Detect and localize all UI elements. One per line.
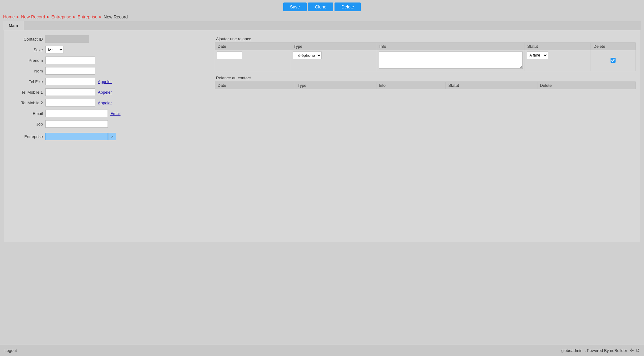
relance-contact-empty-row — [215, 89, 636, 183]
ajouter-type-select[interactable]: Téléphone Email Visite — [293, 52, 322, 59]
relance-contact-title: Relance au contact — [215, 74, 636, 82]
clone-button[interactable]: Clone — [308, 2, 333, 11]
relance-contact-section: Relance au contact Date Type Info Statut… — [215, 74, 636, 183]
tab-bar: Main — [3, 21, 641, 30]
relance-contact-table: Date Type Info Statut Delete — [215, 82, 636, 183]
job-row: Job — [8, 120, 209, 128]
contact-id-input[interactable] — [45, 35, 89, 43]
logout-link[interactable]: Logout — [4, 348, 17, 353]
prenom-input[interactable] — [45, 57, 95, 64]
ajouter-type-cell: Téléphone Email Visite — [291, 50, 377, 71]
nom-input[interactable] — [45, 67, 95, 75]
ajouter-delete-cell — [591, 50, 636, 71]
ajouter-relance-title: Ajouter une relance — [215, 35, 636, 42]
relance-col-info: Info — [376, 82, 445, 89]
relance-col-type: Type — [295, 82, 376, 89]
job-input[interactable] — [45, 120, 108, 128]
footer-info-text: globeadmin :: Powered By nuBuilder — [561, 348, 627, 353]
ajouter-date-input[interactable] — [217, 52, 242, 59]
breadcrumb-entreprise-2[interactable]: Entreprise — [78, 14, 98, 19]
breadcrumb-sep-2: ► — [46, 15, 50, 19]
save-button[interactable]: Save — [283, 2, 307, 11]
entreprise-label: Entreprise — [8, 134, 43, 139]
email-row: Email Email — [8, 110, 209, 117]
tel-mobile1-label: Tel Mobile 1 — [8, 90, 43, 95]
breadcrumb-entreprise-1[interactable]: Entreprise — [51, 14, 71, 19]
ajouter-col-delete: Delete — [591, 43, 636, 50]
tel-mobile2-row: Tel Mobile 2 Appeler — [8, 99, 209, 106]
tel-mobile1-input[interactable] — [45, 88, 95, 96]
entreprise-input[interactable] — [45, 133, 108, 140]
ajouter-col-info: Info — [377, 43, 525, 50]
left-column: Contact ID Sexe Mr Mme Mlle Prenom Nom — [8, 35, 209, 237]
breadcrumb-new-record-2: New Record — [104, 14, 128, 19]
tel-mobile2-input[interactable] — [45, 99, 95, 106]
breadcrumb-sep-4: ► — [99, 15, 103, 19]
email-label: Email — [8, 111, 43, 116]
tel-fixe-row: Tel Fixe Appeler — [8, 78, 209, 85]
contact-id-row: Contact ID — [8, 35, 209, 43]
breadcrumb-new-record-1[interactable]: New Record — [21, 14, 45, 19]
tel-mobile1-row: Tel Mobile 1 Appeler — [8, 88, 209, 96]
tel-fixe-label: Tel Fixe — [8, 79, 43, 84]
ajouter-col-date: Date — [215, 43, 291, 50]
ajouter-statut-cell: A faire Fait Annulé — [525, 50, 591, 71]
footer-info: globeadmin :: Powered By nuBuilder ✛ ↺ — [561, 348, 640, 354]
content-panel: Contact ID Sexe Mr Mme Mlle Prenom Nom — [3, 30, 641, 242]
email-link[interactable]: Email — [110, 111, 121, 116]
sexe-label: Sexe — [8, 47, 43, 52]
ajouter-relance-section: Ajouter une relance Date Type Info Statu… — [215, 35, 636, 71]
appeler-fixe-link[interactable]: Appeler — [98, 79, 112, 84]
relance-contact-empty-cell — [215, 89, 636, 183]
breadcrumb: Home ► New Record ► Entreprise ► Entrepr… — [0, 13, 644, 21]
relance-col-statut: Statut — [446, 82, 537, 89]
ajouter-date-cell — [215, 50, 291, 71]
nom-label: Nom — [8, 69, 43, 73]
contact-id-label: Contact ID — [8, 37, 43, 42]
ajouter-col-type: Type — [291, 43, 377, 50]
nom-row: Nom — [8, 67, 209, 75]
footer-icons: ✛ ↺ — [630, 348, 640, 354]
appeler-mobile2-link[interactable]: Appeler — [98, 101, 112, 105]
relance-col-date: Date — [215, 82, 295, 89]
breadcrumb-sep-3: ► — [73, 15, 76, 19]
breadcrumb-sep-1: ► — [16, 15, 20, 19]
appeler-mobile1-link[interactable]: Appeler — [98, 90, 112, 95]
tel-fixe-input[interactable] — [45, 78, 95, 85]
ajouter-info-textarea[interactable] — [379, 52, 523, 69]
relance-col-delete: Delete — [537, 82, 636, 89]
breadcrumb-home[interactable]: Home — [3, 14, 15, 19]
email-input[interactable] — [45, 110, 108, 117]
ajouter-relance-row: Téléphone Email Visite A faire — [215, 50, 636, 71]
expand-arrow-icon: ↗ — [111, 135, 113, 138]
prenom-label: Prenom — [8, 58, 43, 63]
prenom-row: Prenom — [8, 57, 209, 64]
ajouter-col-statut: Statut — [525, 43, 591, 50]
entreprise-expand-button[interactable]: ↗ — [108, 133, 116, 140]
ajouter-delete-checkbox[interactable] — [611, 58, 616, 63]
sexe-select[interactable]: Mr Mme Mlle — [45, 46, 64, 53]
refresh-icon[interactable]: ↺ — [636, 348, 640, 354]
entreprise-row: Entreprise ↗ — [8, 133, 209, 140]
ajouter-relance-table: Date Type Info Statut Delete — [215, 42, 636, 71]
toolbar: Save Clone Delete — [0, 0, 644, 13]
job-label: Job — [8, 122, 43, 126]
delete-button[interactable]: Delete — [335, 2, 361, 11]
move-icon[interactable]: ✛ — [630, 348, 634, 354]
tab-main[interactable]: Main — [3, 21, 24, 30]
tel-mobile2-label: Tel Mobile 2 — [8, 101, 43, 105]
sexe-row: Sexe Mr Mme Mlle — [8, 46, 209, 53]
main-area: Main Contact ID Sexe Mr Mme Mlle Prenom — [0, 21, 644, 345]
ajouter-info-cell — [377, 50, 525, 71]
right-column: Ajouter une relance Date Type Info Statu… — [215, 35, 636, 237]
footer: Logout globeadmin :: Powered By nuBuilde… — [0, 345, 644, 356]
ajouter-statut-select[interactable]: A faire Fait Annulé — [527, 52, 548, 59]
